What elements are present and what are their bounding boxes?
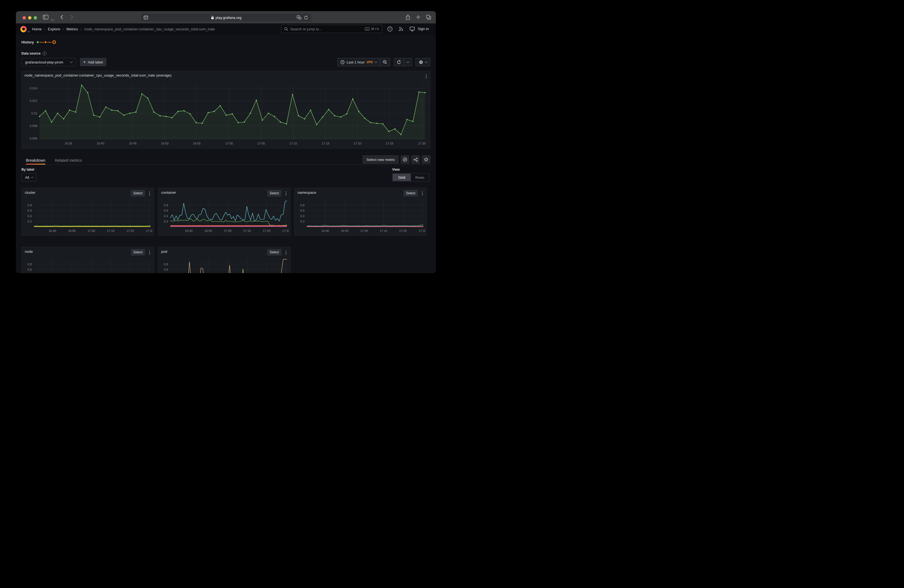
history-connector bbox=[40, 42, 44, 43]
tab-related-metrics[interactable]: Related metrics bbox=[55, 156, 82, 164]
search-input[interactable]: Search or jump to... ⌘+k bbox=[281, 25, 382, 33]
close-button[interactable] bbox=[22, 16, 26, 19]
minimize-button[interactable] bbox=[28, 16, 32, 19]
org-chevron-icon[interactable] bbox=[28, 28, 30, 33]
svg-text:?: ? bbox=[389, 27, 391, 31]
history-label: History bbox=[21, 40, 34, 44]
svg-text:17:30: 17:30 bbox=[282, 229, 289, 232]
svg-text:0.014: 0.014 bbox=[30, 87, 37, 90]
help-icon[interactable]: ? bbox=[387, 26, 393, 32]
bylabel-select[interactable]: All bbox=[21, 173, 36, 182]
svg-text:0.2: 0.2 bbox=[28, 220, 32, 223]
metric-graph-panel: node_namespace_pod_container:container_c… bbox=[21, 71, 430, 149]
bookmark-button[interactable] bbox=[422, 155, 430, 164]
svg-text:0.8: 0.8 bbox=[164, 204, 168, 207]
breadcrumb-home[interactable]: Home bbox=[32, 27, 42, 31]
back-icon[interactable] bbox=[60, 15, 63, 19]
kebab-icon[interactable] bbox=[149, 250, 151, 255]
select-button[interactable]: Select bbox=[403, 190, 418, 196]
history-step-icon[interactable] bbox=[44, 41, 46, 43]
history-step-icon[interactable] bbox=[37, 41, 39, 43]
view-rows-option[interactable]: Rows bbox=[411, 174, 429, 181]
explore-button[interactable] bbox=[401, 155, 409, 164]
refresh-button[interactable] bbox=[394, 58, 404, 66]
datasource-picker[interactable]: grafanacloud-play-prom bbox=[21, 58, 76, 66]
select-new-metric-button[interactable]: Select new metric bbox=[363, 155, 398, 164]
monitor-icon[interactable] bbox=[409, 26, 415, 32]
bylabel-label: By label bbox=[21, 168, 34, 172]
svg-text:17:10: 17:10 bbox=[379, 229, 387, 232]
panel-title: container bbox=[161, 190, 176, 194]
select-button[interactable]: Select bbox=[267, 249, 281, 256]
breadcrumb-current-metric: node_namespace_pod_container:container_c… bbox=[84, 27, 215, 31]
grafana-logo[interactable] bbox=[20, 26, 27, 32]
svg-text:16:45: 16:45 bbox=[129, 142, 137, 145]
kebab-icon[interactable] bbox=[421, 191, 424, 196]
fullscreen-button[interactable] bbox=[34, 16, 37, 19]
add-label-button[interactable]: + Add label bbox=[80, 58, 106, 66]
forward-icon[interactable] bbox=[70, 15, 73, 19]
view-grid-option[interactable]: Grid bbox=[393, 174, 411, 181]
panel-namespace: namespace Select 16:4016:5017:0017:1017:… bbox=[294, 188, 427, 236]
svg-text:0.01: 0.01 bbox=[32, 112, 37, 115]
refresh-interval-dropdown[interactable] bbox=[404, 58, 412, 66]
time-range-picker[interactable]: Last 1 hour UTC bbox=[337, 58, 380, 66]
history-current-step-icon[interactable] bbox=[52, 40, 56, 44]
svg-text:16:50: 16:50 bbox=[68, 229, 76, 232]
sidebar-chevron-icon[interactable] bbox=[52, 16, 54, 21]
time-controls: Last 1 hour UTC bbox=[337, 58, 430, 66]
news-icon[interactable] bbox=[398, 26, 404, 32]
breadcrumb-explore[interactable]: Explore bbox=[48, 27, 60, 31]
svg-text:16:50: 16:50 bbox=[161, 142, 169, 145]
tabs-icon[interactable] bbox=[426, 15, 431, 20]
pod-chart[interactable]: 16:4016:5017:0017:1017:2017:300.20.40.60… bbox=[159, 256, 289, 273]
svg-text:0.6: 0.6 bbox=[28, 268, 32, 271]
tab-breakdown[interactable]: Breakdown bbox=[26, 156, 45, 164]
share-button[interactable] bbox=[411, 155, 420, 164]
plus-icon: + bbox=[83, 60, 86, 64]
kebab-icon[interactable] bbox=[285, 191, 287, 196]
sign-in-link[interactable]: Sign in bbox=[418, 27, 429, 31]
metric-graph[interactable]: 16:3516:4016:4516:5016:5517:0017:0517:10… bbox=[24, 81, 427, 147]
datasource-label: Data source bbox=[21, 52, 41, 55]
sidebar-icon[interactable] bbox=[43, 15, 49, 19]
history-connector bbox=[47, 42, 52, 43]
address-bar[interactable]: play.grafana.org A bbox=[141, 13, 312, 22]
breadcrumb-metrics[interactable]: Metrics bbox=[66, 27, 78, 31]
svg-text:0.012: 0.012 bbox=[30, 99, 37, 103]
reload-icon[interactable] bbox=[304, 15, 308, 20]
breadcrumb-separator: › bbox=[44, 27, 45, 31]
search-placeholder: Search or jump to... bbox=[290, 27, 363, 31]
share-icon[interactable] bbox=[406, 14, 410, 20]
svg-text:17:00: 17:00 bbox=[226, 142, 233, 145]
gear-icon bbox=[419, 60, 424, 65]
search-icon bbox=[284, 27, 288, 31]
browser-window: play.grafana.org A Home › Explore › bbox=[16, 11, 436, 273]
svg-text:17:25: 17:25 bbox=[386, 142, 394, 145]
settings-button[interactable] bbox=[416, 58, 430, 66]
kebab-icon[interactable] bbox=[149, 191, 151, 196]
svg-text:16:40: 16:40 bbox=[96, 142, 104, 145]
node-chart[interactable]: 16:4016:5017:0017:1017:2017:300.20.40.60… bbox=[23, 256, 152, 273]
namespace-chart[interactable]: 16:4016:5017:0017:1017:2017:300.20.40.60… bbox=[296, 197, 425, 234]
select-button[interactable]: Select bbox=[131, 249, 145, 256]
svg-text:0.2: 0.2 bbox=[164, 220, 168, 223]
new-tab-icon[interactable] bbox=[416, 15, 420, 19]
select-button[interactable]: Select bbox=[267, 190, 281, 196]
container-chart[interactable]: 16:4016:5017:0017:1017:2017:300.20.40.60… bbox=[159, 197, 289, 234]
explore-metrics-page: History Data source i grafanacloud-play-… bbox=[16, 35, 436, 273]
translate-icon[interactable]: A bbox=[297, 15, 302, 20]
svg-text:0.8: 0.8 bbox=[28, 204, 32, 207]
svg-text:0.8: 0.8 bbox=[164, 262, 168, 266]
cluster-chart[interactable]: 16:4016:5017:0017:1017:2017:300.20.40.60… bbox=[23, 197, 152, 234]
datasource-label-row: Data source i bbox=[21, 52, 46, 55]
svg-text:17:20: 17:20 bbox=[263, 229, 270, 232]
kebab-icon[interactable] bbox=[425, 74, 428, 79]
panel-container: container Select 16:4016:5017:0017:1017:… bbox=[158, 188, 291, 236]
select-button[interactable]: Select bbox=[131, 190, 145, 196]
search-shortcut: ⌘+k bbox=[365, 27, 379, 31]
svg-text:0.6: 0.6 bbox=[300, 209, 305, 212]
zoom-out-button[interactable] bbox=[379, 58, 390, 66]
kebab-icon[interactable] bbox=[285, 250, 287, 255]
svg-text:17:30: 17:30 bbox=[146, 229, 152, 232]
